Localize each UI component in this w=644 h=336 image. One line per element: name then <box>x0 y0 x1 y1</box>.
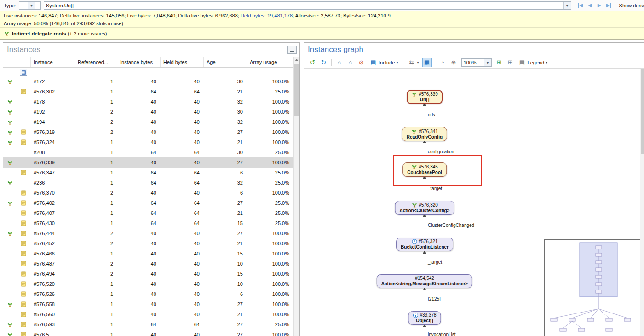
table-row[interactable]: #576,593164642725.0% <box>3 319 293 330</box>
node-type: BucketConfigListener <box>401 244 448 250</box>
refresh-icon[interactable]: ↻ <box>319 58 328 67</box>
type-search-combo[interactable]: ▾ <box>44 1 571 10</box>
scroll-up-icon[interactable] <box>294 57 299 64</box>
add-instances-icon[interactable]: ⊞ <box>506 58 515 67</box>
graph-minimap[interactable] <box>544 239 640 336</box>
rotate-icon[interactable]: ◔ <box>438 58 448 67</box>
cell-age: 10 <box>204 261 247 266</box>
table-row[interactable]: #576,370240406100.0% <box>3 188 293 198</box>
column-held-bytes[interactable]: Held bytes <box>161 57 204 67</box>
collapse-panel-button[interactable] <box>288 46 297 54</box>
table-row[interactable]: #576,4522404021100.0% <box>3 238 293 249</box>
graph-node[interactable]: #576,345CouchbasePool <box>402 162 447 177</box>
cell-array-usage: 100.0% <box>247 139 293 145</box>
scrollbar-thumb[interactable] <box>294 64 299 116</box>
last-button[interactable]: ▶ <box>605 1 614 10</box>
column-instance-bytes[interactable]: Instance bytes <box>117 57 161 67</box>
table-row[interactable]: #576,302164642125.0% <box>3 87 293 97</box>
issue-more[interactable]: (+ 2 more issues) <box>66 31 107 36</box>
root-plant-icon <box>3 79 16 85</box>
edge-label: ClusterConfigChanged <box>427 223 475 228</box>
layout-direction-dropdown[interactable]: ⇆ ▾ <box>406 58 421 67</box>
graph-scrollbar[interactable] <box>640 69 644 336</box>
tree-layout-toggle[interactable]: ▦ <box>422 58 432 67</box>
expand-references-icon[interactable]: ⊞ <box>494 58 504 67</box>
chevron-down-icon[interactable]: ▾ <box>564 2 571 9</box>
cell-held-bytes: 40 <box>161 160 204 165</box>
graph-edge <box>425 140 425 162</box>
cell-held-bytes: 40 <box>161 190 204 196</box>
table-row[interactable]: #208164643025.0% <box>3 147 293 157</box>
table-row[interactable]: #1922404030100.0% <box>3 107 293 117</box>
issue-title[interactable]: Indirect delegate roots <box>12 31 66 36</box>
edge-label: configuration <box>427 149 455 154</box>
legend-dropdown[interactable]: ▤ Legend ▾ <box>517 58 550 67</box>
cell-array-usage: 100.0% <box>247 301 293 307</box>
graph-edge <box>425 287 425 311</box>
cell-held-bytes: 64 <box>161 200 204 206</box>
table-row[interactable]: #576,34716464625.0% <box>3 168 293 178</box>
cell-referenced: 1 <box>75 170 117 175</box>
next-button[interactable]: ▶ <box>595 1 604 10</box>
scrollbar-thumb[interactable] <box>641 69 644 154</box>
show-all-root-paths-icon[interactable]: ⌂ <box>345 58 355 67</box>
chevron-down-icon[interactable]: ▾ <box>28 2 35 9</box>
exclude-filter-icon[interactable]: ⊘ <box>356 58 366 67</box>
show-root-path-icon[interactable]: ⌂ <box>334 58 344 67</box>
type-select[interactable]: ▾ <box>19 1 41 10</box>
table-row[interactable]: #576,4661404015100.0% <box>3 249 293 259</box>
minimap-preview <box>545 240 640 336</box>
graph-node[interactable]: #33,378Object[] <box>408 311 441 325</box>
table-row[interactable]: #576,4942404015100.0% <box>3 269 293 279</box>
table-row[interactable]: #1721404030100.0% <box>3 76 293 87</box>
table-row[interactable]: #576,526140406100.0% <box>3 289 293 299</box>
table-row[interactable]: #576,5581404027100.0% <box>3 299 293 309</box>
center-graph-icon[interactable]: ⊕ <box>449 58 459 67</box>
table-row[interactable]: #576,4872404010100.0% <box>3 259 293 269</box>
table-row[interactable]: #576,407164642125.0% <box>3 208 293 218</box>
table-row[interactable]: #236164643225.0% <box>3 178 293 188</box>
held-bytes-link[interactable]: Held bytes: 19,481,178 <box>241 13 293 18</box>
table-row[interactable]: #576,4442404027100.0% <box>3 228 293 238</box>
cell-held-bytes: 40 <box>161 99 204 104</box>
instances-scrollbar[interactable] <box>293 57 299 336</box>
cell-held-bytes: 40 <box>161 312 204 317</box>
issue-text[interactable]: Indirect delegate roots (+ 2 more issues… <box>12 31 107 36</box>
zoom-select[interactable]: 100% ▾ <box>461 58 492 67</box>
type-search-input[interactable] <box>44 2 564 9</box>
table-row[interactable]: #1781404032100.0% <box>3 97 293 107</box>
column-referenced[interactable]: Referenced... <box>75 57 117 67</box>
column-root-icon[interactable] <box>3 57 16 67</box>
filter-button[interactable] <box>20 69 27 76</box>
type-select-value <box>19 2 28 9</box>
table-row[interactable]: #576,5601404021100.0% <box>3 309 293 319</box>
new-instance-icon <box>16 89 31 94</box>
new-instance-icon <box>16 220 31 226</box>
column-instance[interactable]: Instance <box>31 57 75 67</box>
table-row[interactable]: #576,3241404021100.0% <box>3 137 293 147</box>
table-row[interactable]: #576,430164641525.0% <box>3 218 293 228</box>
cell-instance: #576,402 <box>31 200 75 206</box>
graph-node[interactable]: #576,339Uri[] <box>407 90 443 104</box>
first-button[interactable]: ◀ <box>576 1 585 10</box>
column-new-icon[interactable] <box>16 57 31 67</box>
table-row[interactable]: #576,5201404010100.0% <box>3 279 293 289</box>
table-row[interactable]: #1942404032100.0% <box>3 117 293 127</box>
back-icon[interactable]: ↺ <box>308 58 317 67</box>
show-derived-label[interactable]: Show deriv <box>619 3 644 8</box>
column-array-usage[interactable]: Array usage <box>247 57 293 67</box>
table-row[interactable]: #576,3391404027100.0% <box>3 157 293 168</box>
table-row[interactable]: #576,51404027100.0% <box>3 330 293 336</box>
previous-button[interactable]: ◀ <box>586 1 594 10</box>
table-row[interactable]: #576,402164642725.0% <box>3 198 293 208</box>
graph-node[interactable]: #576,320Action<ClusterConfig> <box>395 201 454 215</box>
graph-node[interactable]: #576,341ReadOnlyConfig <box>402 127 447 141</box>
include-dropdown[interactable]: ▤ Include ▾ <box>368 58 400 67</box>
cell-instance: #576,560 <box>31 312 75 317</box>
plant-icon <box>411 164 417 170</box>
column-age[interactable]: Age <box>204 57 247 67</box>
graph-node[interactable]: #154,542Action<string,MessageStreamListe… <box>377 274 472 288</box>
table-row[interactable]: #576,3192404027100.0% <box>3 127 293 137</box>
graph-node[interactable]: #576,321BucketConfigListener <box>396 238 453 251</box>
cell-instance: #576,452 <box>31 241 75 246</box>
